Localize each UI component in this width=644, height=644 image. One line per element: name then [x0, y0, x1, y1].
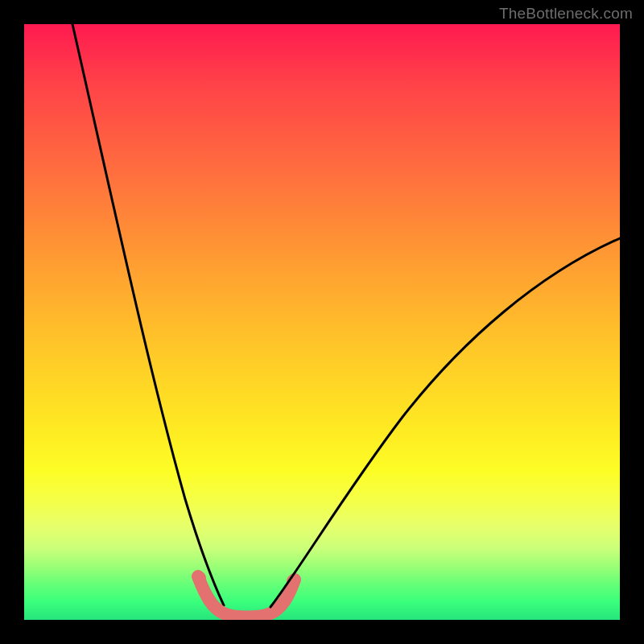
curve-left-branch — [72, 24, 224, 605]
trough-cap-left — [193, 572, 206, 584]
curve-trough-highlight — [198, 576, 295, 617]
plot-area — [24, 24, 620, 620]
chart-frame: TheBottleneck.com — [0, 0, 644, 644]
curve-layer — [24, 24, 620, 620]
watermark-text: TheBottleneck.com — [499, 5, 633, 23]
curve-right-branch — [270, 238, 620, 607]
